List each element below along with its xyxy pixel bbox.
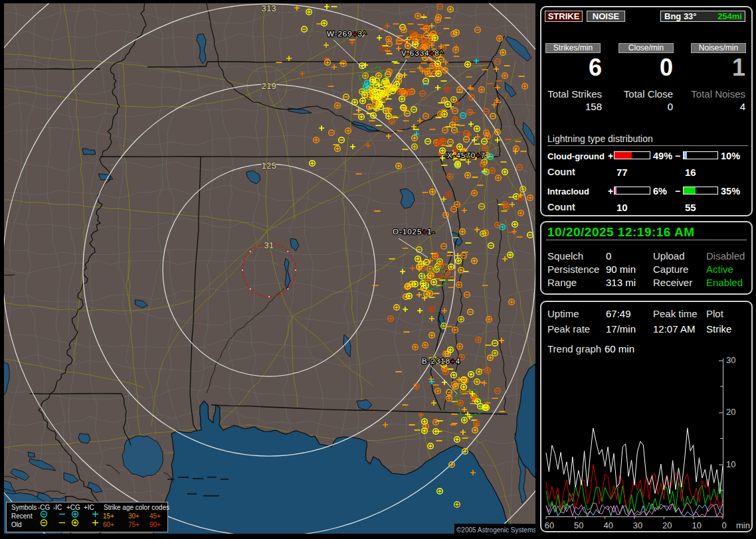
- svg-text:30: 30: [726, 355, 735, 365]
- svg-text:31: 31: [264, 241, 274, 250]
- svg-text:min: min: [736, 520, 750, 530]
- svg-text:313: 313: [262, 4, 276, 13]
- svg-text:60: 60: [545, 520, 554, 530]
- svg-text:219: 219: [262, 82, 276, 91]
- svg-text:40: 40: [603, 520, 613, 530]
- svg-text:W-269+3^: W-269+3^: [327, 30, 367, 38]
- svg-text:10: 10: [692, 520, 701, 530]
- svg-text:O-1025+1-: O-1025+1-: [393, 228, 435, 236]
- svg-text:50: 50: [574, 520, 583, 530]
- svg-text:X-4570+7: X-4570+7: [447, 151, 486, 159]
- svg-text:125: 125: [262, 161, 276, 171]
- svg-text:B-2318+4: B-2318+4: [422, 357, 460, 365]
- svg-text:0: 0: [721, 520, 726, 530]
- svg-text:20: 20: [726, 407, 735, 417]
- svg-text:20: 20: [662, 520, 672, 530]
- svg-text:V-6334+8^: V-6334+8^: [401, 49, 444, 57]
- svg-text:30: 30: [633, 520, 642, 530]
- svg-text:10: 10: [726, 459, 735, 469]
